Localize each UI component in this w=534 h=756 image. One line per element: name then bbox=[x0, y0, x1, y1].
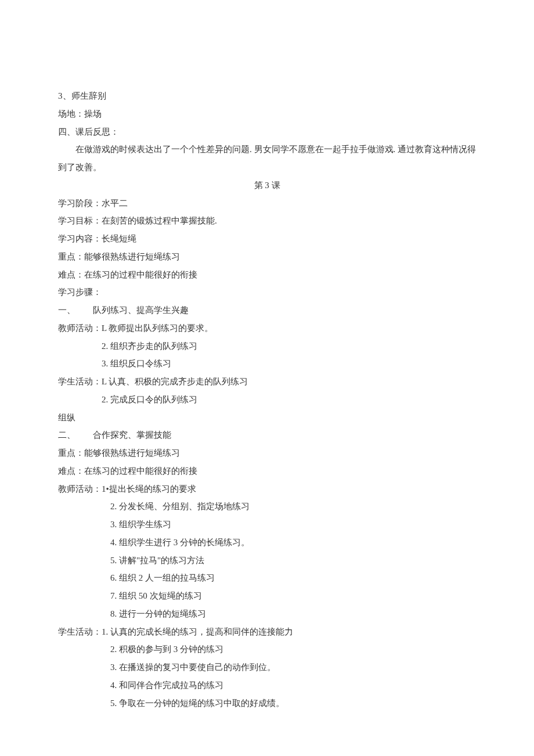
paragraph: 在做游戏的时候表达出了一个个性差异的问题. 男女同学不愿意在一起手拉手做游戏. … bbox=[58, 141, 476, 177]
list-item: 4. 组织学生进行 3 分钟的长绳练习。 bbox=[58, 534, 476, 552]
list-item: 2. 积极的参与到 3 分钟的练习 bbox=[58, 640, 476, 658]
list-item: 2. 组织齐步走的队列练习 bbox=[58, 337, 476, 355]
text-line: 教师活动：1•提出长绳的练习的要求 bbox=[58, 480, 476, 498]
list-item: 4. 和同伴合作完成拉马的练习 bbox=[58, 676, 476, 694]
list-item: 2. 分发长绳、分组别、指定场地练习 bbox=[58, 498, 476, 516]
list-item: 2. 完成反口令的队列练习 bbox=[58, 391, 476, 409]
list-item: 5. 争取在一分钟的短绳的练习中取的好成绩。 bbox=[58, 694, 476, 712]
text-line: 学习步骤： bbox=[58, 283, 476, 301]
list-item: 3. 组织学生练习 bbox=[58, 516, 476, 534]
text-line: 组纵 bbox=[58, 409, 476, 427]
text-line: 教师活动：L 教师提出队列练习的要求。 bbox=[58, 319, 476, 337]
list-item: 8. 进行一分钟的短绳练习 bbox=[58, 605, 476, 623]
section-heading: 二、 合作探究、掌握技能 bbox=[58, 426, 476, 444]
text-line: 学生活动：L 认真、积极的完成齐步走的队列练习 bbox=[58, 373, 476, 391]
text-line: 学习内容：长绳短绳 bbox=[58, 230, 476, 248]
list-item: 3. 在播送操的复习中要使自己的动作到位。 bbox=[58, 658, 476, 676]
text-line: 学生活动：1. 认真的完成长绳的练习，提高和同伴的连接能力 bbox=[58, 623, 476, 641]
text-line: 难点：在练习的过程中能很好的衔接 bbox=[58, 462, 476, 480]
section-heading: 一、 队列练习、提高学生兴趣 bbox=[58, 301, 476, 319]
lesson-title: 第 3 课 bbox=[58, 177, 476, 195]
text-line: 重点：能够很熟练进行短绳练习 bbox=[58, 444, 476, 462]
document-page: 3、师生辞别 场地：操场 四、课后反思： 在做游戏的时候表达出了一个个性差异的问… bbox=[0, 0, 534, 756]
text-line: 重点：能够很熟练进行短绳练习 bbox=[58, 248, 476, 266]
list-item: 6. 组织 2 人一组的拉马练习 bbox=[58, 569, 476, 587]
list-item: 7. 组织 50 次短绳的练习 bbox=[58, 587, 476, 605]
list-item: 5. 讲解"拉马"的练习方法 bbox=[58, 552, 476, 570]
text-line: 难点：在练习的过程中能很好的衔接 bbox=[58, 266, 476, 284]
text-line: 3、师生辞别 bbox=[58, 87, 476, 105]
list-item: 3. 组织反口令练习 bbox=[58, 355, 476, 373]
text-line: 学习阶段：水平二 bbox=[58, 195, 476, 213]
text-line: 学习目标：在刻苦的锻炼过程中掌握技能. bbox=[58, 212, 476, 230]
text-line: 场地：操场 bbox=[58, 105, 476, 123]
section-heading: 四、课后反思： bbox=[58, 123, 476, 141]
